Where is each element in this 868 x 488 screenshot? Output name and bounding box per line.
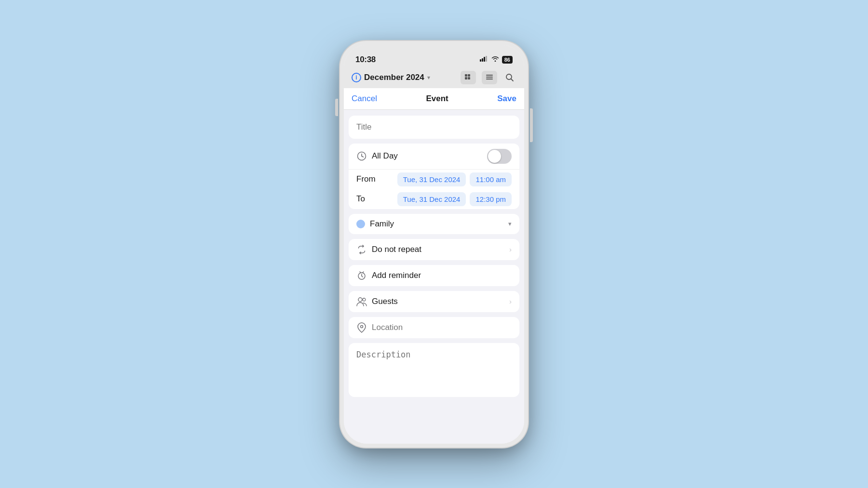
- description-input[interactable]: [356, 350, 512, 388]
- svg-line-15: [362, 156, 364, 157]
- svg-rect-9: [486, 77, 493, 78]
- cal-grid-button[interactable]: [461, 71, 476, 84]
- description-section: [349, 343, 519, 397]
- calendar-month: December 2024: [364, 73, 424, 82]
- reminder-card: Add reminder: [349, 265, 519, 286]
- svg-rect-0: [480, 59, 481, 62]
- wifi-icon: [491, 56, 499, 63]
- guests-icon: [356, 296, 367, 307]
- calendar-row[interactable]: Family ▾: [349, 214, 519, 234]
- status-icons: 86: [480, 56, 513, 64]
- to-label: To: [356, 194, 376, 204]
- cal-right: [461, 71, 516, 84]
- svg-rect-7: [468, 77, 470, 79]
- to-row: To Tue, 31 Dec 2024 12:30 pm: [349, 189, 519, 209]
- save-button[interactable]: Save: [497, 94, 516, 104]
- repeat-label: Do not repeat: [372, 245, 504, 254]
- form-content: All Day From Tue, 31 Dec 2024 11:00 am: [344, 110, 524, 444]
- to-date-picker[interactable]: Tue, 31 Dec 2024: [397, 192, 466, 206]
- clock-icon: [356, 151, 367, 161]
- svg-rect-8: [486, 75, 493, 76]
- nav-bar: Cancel Event Save: [344, 88, 524, 110]
- svg-point-23: [361, 325, 363, 328]
- all-day-toggle[interactable]: [487, 149, 512, 164]
- svg-rect-10: [486, 79, 493, 79]
- guests-chevron-right-icon: ›: [509, 297, 512, 305]
- alarm-icon: [356, 270, 367, 281]
- to-time-picker[interactable]: 12:30 pm: [470, 192, 512, 206]
- all-day-datetime-card: All Day From Tue, 31 Dec 2024 11:00 am: [349, 144, 519, 209]
- from-date-picker[interactable]: Tue, 31 Dec 2024: [397, 172, 466, 186]
- calendar-card: Family ▾: [349, 214, 519, 234]
- location-input[interactable]: [372, 323, 512, 332]
- cancel-button[interactable]: Cancel: [352, 94, 377, 104]
- all-day-row: All Day: [349, 144, 519, 170]
- chevron-down-icon: ▾: [508, 220, 512, 227]
- family-label: Family: [370, 219, 503, 229]
- battery-badge: 86: [502, 56, 513, 64]
- svg-point-21: [358, 298, 362, 302]
- cal-search-button[interactable]: [503, 71, 516, 84]
- svg-line-20: [363, 272, 364, 273]
- title-section: [349, 116, 519, 139]
- reminder-row[interactable]: Add reminder: [349, 265, 519, 286]
- info-icon: i: [352, 73, 361, 82]
- location-row: [349, 317, 519, 338]
- svg-rect-3: [486, 56, 487, 62]
- svg-rect-2: [484, 57, 485, 62]
- status-time: 10:38: [355, 55, 376, 65]
- repeat-card: Do not repeat ›: [349, 239, 519, 260]
- from-pills: Tue, 31 Dec 2024 11:00 am: [380, 172, 512, 186]
- cal-list-button[interactable]: [482, 71, 497, 84]
- svg-line-12: [511, 79, 514, 81]
- from-row: From Tue, 31 Dec 2024 11:00 am: [349, 170, 519, 189]
- phone-screen: 10:38: [344, 45, 524, 444]
- all-day-label: All Day: [372, 151, 482, 161]
- guests-card: Guests ›: [349, 291, 519, 312]
- signal-icon: [480, 56, 488, 63]
- reminder-label: Add reminder: [372, 271, 512, 280]
- title-input[interactable]: [356, 122, 512, 132]
- location-icon: [356, 322, 367, 333]
- nav-title: Event: [426, 94, 448, 104]
- svg-rect-5: [465, 77, 467, 79]
- cal-left: i December 2024 ▾: [352, 73, 430, 82]
- guests-label: Guests: [372, 297, 504, 306]
- svg-point-22: [363, 298, 366, 301]
- from-time-picker[interactable]: 11:00 am: [470, 172, 512, 186]
- family-dot: [356, 220, 365, 228]
- status-bar: 10:38: [344, 45, 524, 69]
- repeat-chevron-right-icon: ›: [509, 245, 512, 253]
- calendar-header: i December 2024 ▾: [344, 69, 524, 88]
- svg-rect-4: [465, 74, 467, 77]
- phone-device: 10:38: [340, 41, 528, 448]
- svg-rect-1: [482, 58, 483, 62]
- from-label: From: [356, 174, 376, 184]
- svg-line-19: [360, 272, 361, 273]
- repeat-row[interactable]: Do not repeat ›: [349, 239, 519, 260]
- guests-row[interactable]: Guests ›: [349, 291, 519, 312]
- repeat-icon: [356, 244, 367, 255]
- calendar-chevron: ▾: [427, 74, 430, 81]
- to-pills: Tue, 31 Dec 2024 12:30 pm: [380, 192, 512, 206]
- location-card: [349, 317, 519, 338]
- svg-rect-6: [468, 74, 470, 77]
- svg-line-18: [362, 276, 363, 277]
